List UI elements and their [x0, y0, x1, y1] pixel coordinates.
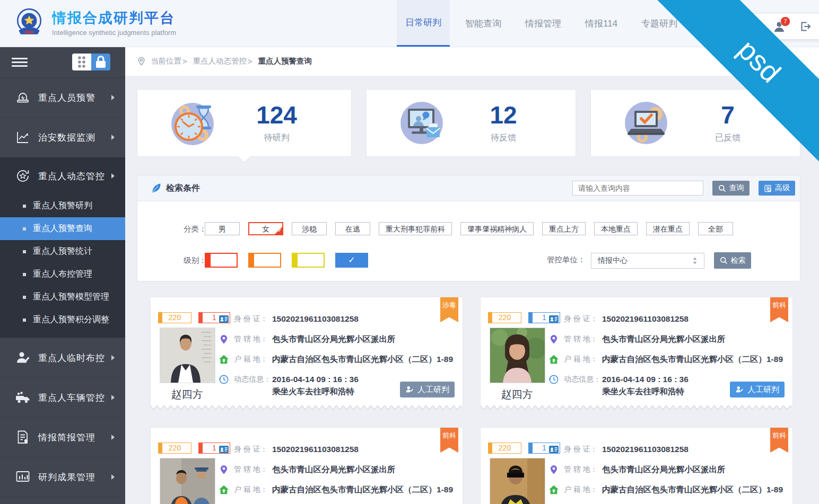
search-input[interactable] [572, 181, 703, 196]
field-label: 管 辖 地： [564, 334, 602, 344]
level-checkbox-0[interactable] [205, 253, 238, 268]
sidebar-item-5[interactable]: 情报简报管理 [0, 418, 125, 457]
grid-dots-icon[interactable] [72, 54, 91, 70]
field-label: 动态信息： [564, 375, 602, 384]
nav-tab-3[interactable]: 情报管理 [517, 0, 570, 47]
person-photo[interactable] [160, 458, 215, 504]
nav-tab-1[interactable]: 日常研判 [397, 0, 450, 47]
sidebar-item-4[interactable]: 重点人车辆管控 [0, 378, 125, 418]
category-button-5[interactable]: 肇事肇祸精神病人 [460, 222, 534, 235]
person-judge-icon [405, 385, 414, 394]
manual-judgment-button[interactable]: 人工研判 [400, 382, 455, 397]
psd-watermark-label: psd [731, 33, 787, 89]
person-photo[interactable] [490, 328, 545, 383]
sidebar-subitem-2-3[interactable]: 重点人布控管理 [0, 263, 125, 286]
feedback-done-icon [621, 98, 672, 148]
dynamic-time: 2016-04-14 09 : 16 : 36 [272, 375, 359, 384]
person-photo[interactable] [160, 328, 215, 383]
sidebar-subitem-2-4[interactable]: 重点人预警模型管理 [0, 286, 125, 308]
category-button-4[interactable]: 重大刑事犯罪前科 [379, 222, 452, 235]
stat-label: 已反馈 [715, 132, 740, 144]
main-content: 124待研判12待反馈7已反馈 检索条件 查询 高级 分类： 男女涉稳在逃重大刑… [125, 76, 819, 504]
category-button-7[interactable]: 本地重点 [594, 222, 638, 235]
unit-select[interactable]: 情报中心 [591, 253, 704, 269]
sidebar-subitem-2-0[interactable]: 重点人预警研判 [0, 194, 125, 217]
sidebar-item-1[interactable]: 治安数据监测 [0, 118, 125, 157]
level-checkbox-3[interactable]: ✓ [335, 253, 368, 268]
map-pin-icon [548, 334, 559, 344]
category-button-8[interactable]: 潜在重点 [646, 222, 690, 235]
info-row-id: 身 份 证：1502021961103081258 [219, 309, 453, 329]
category-button-3[interactable]: 在逃 [335, 222, 370, 235]
menu-toggle-icon[interactable] [12, 56, 28, 69]
sidebar-item-label: 重点人车辆管控 [38, 392, 105, 404]
stat-label: 待反馈 [491, 132, 516, 144]
sidebar-item-label: 治安数据监测 [38, 131, 95, 144]
nav-tab-2[interactable]: 智能查询 [457, 0, 510, 47]
sidebar-mode-toggle[interactable] [72, 54, 110, 70]
person-card-body: 2201赵四方身 份 证：1502021961103081258管 辖 地：包头… [150, 427, 463, 504]
id-card-icon [219, 444, 229, 455]
breadcrumb-parent[interactable]: 重点人动态管控 [193, 56, 247, 66]
person-info: 身 份 证：1502021961103081258管 辖 地：包头市青山区分局光… [548, 439, 783, 504]
residence-value: 内蒙古自治区包头市青山区光辉小区（二区）1-89 [602, 484, 783, 496]
category-button-1[interactable]: 女 [248, 222, 283, 235]
app-root: 情报合成研判平台 Intelligence synthetic judgment… [0, 0, 819, 504]
id-card-icon [219, 314, 229, 324]
filter-title: 检索条件 [166, 183, 200, 194]
sidebar-subitem-2-1[interactable]: 重点人预警查询 [0, 217, 125, 240]
person-card-body: 2201赵四方身 份 证：1502021961103081258管 辖 地：包头… [150, 297, 463, 405]
sidebar-item-6[interactable]: 研判成果管理 [0, 457, 125, 497]
stat-card-1[interactable]: 12待反馈 [366, 89, 576, 157]
sidebar-item-3[interactable]: 重点人临时布控 [0, 338, 125, 378]
jurisdiction-value: 包头市青山区分局光辉小区派出所 [272, 464, 396, 475]
category-button-0[interactable]: 男 [205, 222, 240, 235]
pending-judgment-icon [167, 98, 218, 148]
breadcrumb-current: 重点人预警查询 [258, 56, 312, 66]
sidebar-item-2[interactable]: 重点人动态管控 [0, 157, 125, 194]
manual-judgment-button[interactable]: 人工研判 [730, 382, 785, 397]
score-badge-bar [159, 443, 162, 453]
person-cards: 2201赵四方身 份 证：1502021961103081258管 辖 地：包头… [150, 297, 793, 504]
info-row-jurisdiction: 管 辖 地：包头市青山区分局光辉小区派出所 [219, 459, 453, 480]
level-checkbox-2[interactable] [292, 253, 325, 268]
level-color-bar [206, 254, 211, 267]
category-button-6[interactable]: 重点上方 [542, 222, 586, 235]
logout-icon[interactable] [799, 20, 812, 33]
sidebar-subitem-2-2[interactable]: 重点人预警统计 [0, 240, 125, 263]
advanced-button[interactable]: 高级 [759, 181, 795, 196]
search-button[interactable]: 检索 [714, 252, 751, 269]
breadcrumb-prefix: 当前位置 [151, 56, 181, 66]
stat-card-0[interactable]: 124待研判 [137, 89, 352, 157]
user-icon[interactable]: 7 [773, 20, 786, 33]
chevron-right-icon [111, 95, 115, 100]
stat-text: 124待研判 [218, 103, 335, 144]
person-info: 身 份 证：1502021961103081258管 辖 地：包头市青山区分局光… [219, 439, 453, 504]
sidebar-subitem-label: 重点人预警统计 [33, 246, 92, 257]
sidebar-group: 重点人车辆管控 [0, 378, 125, 418]
sidebar-group: 治安数据监测 [0, 118, 125, 157]
alarm-icon [15, 90, 31, 105]
level-checkbox-1[interactable] [248, 253, 281, 268]
briefing-icon [15, 429, 31, 445]
category-button-2[interactable]: 涉稳 [292, 222, 327, 235]
query-button[interactable]: 查询 [712, 181, 750, 196]
unit-label: 管控单位： [547, 255, 586, 265]
info-row-id: 身 份 证：1502021961103081258 [219, 439, 453, 459]
info-row-jurisdiction: 管 辖 地：包头市青山区分局光辉小区派出所 [219, 329, 453, 349]
person-photo[interactable] [490, 458, 545, 504]
sidebar: 重点人员预警治安数据监测重点人动态管控重点人预警研判重点人预警查询重点人预警统计… [0, 47, 125, 504]
sidebar-subitem-label: 重点人预警研判 [33, 200, 92, 211]
brand: 情报合成研判平台 Intelligence synthetic judgment… [14, 7, 176, 38]
nav-tab-4[interactable]: 情报114 [577, 0, 626, 47]
level-badge-bar [529, 443, 533, 453]
lock-icon[interactable] [91, 54, 110, 70]
info-row-jurisdiction: 管 辖 地：包头市青山区分局光辉小区派出所 [548, 329, 783, 349]
category-button-9[interactable]: 全部 [698, 222, 733, 235]
person-info: 身 份 证：1502021961103081258管 辖 地：包头市青山区分局光… [548, 309, 783, 390]
sidebar-subitem-2-5[interactable]: 重点人预警积分调整 [0, 308, 125, 331]
query-button-label: 查询 [729, 183, 744, 193]
sidebar-item-0[interactable]: 重点人员预警 [0, 78, 125, 118]
chevron-right-icon [111, 355, 115, 360]
sidebar-group: 重点人员预警 [0, 78, 125, 118]
